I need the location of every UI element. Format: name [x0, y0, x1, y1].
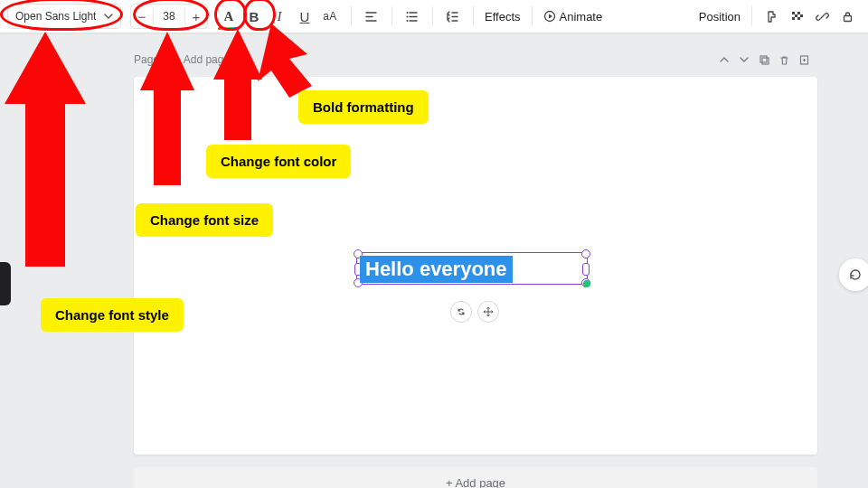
annotation-label: Change font style: [41, 298, 184, 332]
svg-marker-14: [5, 32, 86, 267]
add-page-button[interactable]: + Add page: [134, 467, 817, 488]
font-name: Open Sans Light: [15, 10, 96, 23]
caps-button[interactable]: aA: [318, 5, 342, 28]
svg-rect-6: [795, 14, 797, 17]
rainbow-underline-icon: [218, 27, 240, 30]
side-panel-stub: [0, 262, 11, 305]
svg-rect-4: [792, 12, 795, 14]
separator: [751, 6, 752, 26]
annotation-label: Bold formatting: [298, 90, 429, 124]
floating-controls: [450, 301, 499, 323]
font-size-value[interactable]: 38: [153, 8, 185, 24]
trash-icon[interactable]: [774, 50, 794, 70]
canvas-area: Page 13 - Add page title Hello everyone …: [134, 50, 817, 488]
separator: [351, 6, 352, 26]
page-title[interactable]: Page 13 - Add page title: [134, 53, 714, 66]
align-button[interactable]: [359, 5, 382, 28]
rotate-handle[interactable]: [583, 280, 590, 287]
page-up-icon[interactable]: [714, 50, 734, 70]
selected-textbox[interactable]: Hello everyone: [360, 256, 513, 283]
lock-button[interactable]: [835, 5, 859, 28]
svg-point-2: [406, 20, 408, 22]
page-header: Page 13 - Add page title: [134, 50, 817, 70]
position-button[interactable]: Position: [695, 10, 744, 23]
link-button[interactable]: [810, 5, 834, 28]
font-size-control: − 38 +: [130, 4, 208, 29]
underline-button[interactable]: U: [293, 5, 316, 28]
effects-button[interactable]: Effects: [481, 10, 524, 23]
list-button[interactable]: [400, 5, 423, 28]
svg-rect-10: [844, 15, 851, 21]
chevron-down-icon: [104, 12, 113, 21]
increase-size-button[interactable]: +: [185, 5, 207, 28]
add-page-icon[interactable]: [794, 50, 814, 70]
duplicate-icon[interactable]: [754, 50, 774, 70]
page-down-icon[interactable]: [734, 50, 754, 70]
separator: [532, 6, 533, 26]
canvas[interactable]: Hello everyone: [134, 77, 817, 455]
copy-style-button[interactable]: [760, 5, 783, 28]
annotation-label: Change font size: [136, 203, 273, 237]
svg-rect-9: [797, 17, 800, 20]
text-color-button[interactable]: A: [217, 5, 241, 28]
svg-rect-12: [762, 58, 769, 64]
separator: [392, 6, 392, 26]
move-icon[interactable]: [477, 301, 499, 323]
spacing-button[interactable]: [440, 5, 464, 28]
separator: [432, 6, 433, 26]
svg-rect-11: [760, 56, 767, 62]
transparency-button[interactable]: [785, 5, 808, 28]
decrease-size-button[interactable]: −: [131, 5, 153, 28]
reset-icon[interactable]: [839, 258, 868, 291]
handle-tr[interactable]: [581, 249, 590, 258]
sync-icon[interactable]: [450, 301, 472, 323]
animate-button[interactable]: Animate: [540, 10, 607, 23]
annotation-label: Change font color: [206, 145, 351, 178]
text-toolbar: Open Sans Light − 38 + A B I U aA Effect…: [0, 0, 868, 33]
animate-icon: [543, 10, 556, 23]
handle-mr[interactable]: [582, 263, 590, 276]
svg-rect-5: [797, 12, 800, 14]
italic-button[interactable]: I: [268, 5, 291, 28]
svg-rect-7: [800, 14, 803, 17]
svg-rect-8: [792, 17, 795, 20]
font-select[interactable]: Open Sans Light: [7, 4, 121, 29]
svg-point-1: [406, 15, 408, 17]
separator: [473, 6, 474, 26]
bold-button[interactable]: B: [242, 5, 266, 28]
svg-point-0: [406, 12, 408, 14]
